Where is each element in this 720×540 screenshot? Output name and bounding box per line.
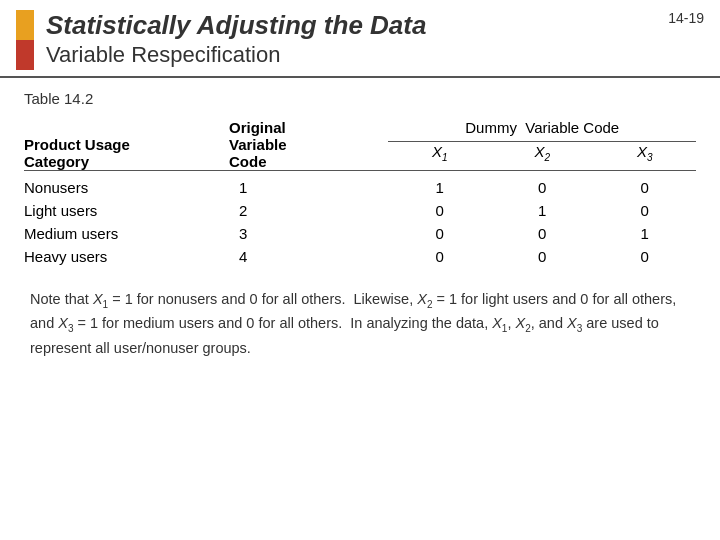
note-var-x1b: X — [492, 315, 502, 331]
th-original: OriginalVariableCode — [229, 119, 388, 171]
table-row: Light users 2 0 1 0 — [24, 199, 696, 222]
cell-x3-3: 0 — [593, 245, 696, 268]
slide-header: Statistically Adjusting the Data Variabl… — [0, 0, 720, 78]
cell-x3-2: 1 — [593, 222, 696, 245]
note-text: Note that X1 = 1 for nonusers and 0 for … — [30, 291, 676, 356]
cell-x2-2: 0 — [491, 222, 594, 245]
cell-x2-0: 0 — [491, 170, 594, 199]
cell-original-3: 4 — [229, 245, 388, 268]
cell-category-0: Nonusers — [24, 170, 229, 199]
note-section: Note that X1 = 1 for nonusers and 0 for … — [0, 276, 720, 367]
accent-bar — [16, 10, 34, 70]
cell-original-1: 2 — [229, 199, 388, 222]
th-dummy-label: Dummy Variable Code — [388, 119, 696, 142]
table-section: Table 14.2 Product UsageCategory Origina… — [0, 78, 720, 276]
slide-number: 14-19 — [668, 10, 704, 26]
note-var-x2: X — [417, 291, 427, 307]
cell-category-2: Medium users — [24, 222, 229, 245]
accent-top — [16, 10, 34, 40]
data-table: Product UsageCategory OriginalVariableCo… — [24, 119, 696, 268]
table-title: Table 14.2 — [24, 90, 696, 107]
note-var-x1: X — [93, 291, 103, 307]
cell-x2-1: 1 — [491, 199, 594, 222]
cell-x2-3: 0 — [491, 245, 594, 268]
cell-x1-3: 0 — [388, 245, 491, 268]
title-italic: Statistically Adjusting the Data — [46, 10, 704, 41]
cell-original-2: 3 — [229, 222, 388, 245]
th-x3: X3 — [593, 142, 696, 171]
cell-x1-0: 1 — [388, 170, 491, 199]
table-body: Nonusers 1 1 0 0 Light users 2 0 1 0 Med… — [24, 170, 696, 268]
note-var-x3a: X — [58, 315, 68, 331]
th-category: Product UsageCategory — [24, 119, 229, 171]
cell-x1-2: 0 — [388, 222, 491, 245]
cell-original-0: 1 — [229, 170, 388, 199]
accent-bottom — [16, 40, 34, 70]
cell-x3-0: 0 — [593, 170, 696, 199]
title-normal: Variable Respecification — [46, 41, 704, 70]
note-var-x2b: X — [515, 315, 525, 331]
table-row: Nonusers 1 1 0 0 — [24, 170, 696, 199]
th-x2: X2 — [491, 142, 594, 171]
cell-x1-1: 0 — [388, 199, 491, 222]
table-row: Heavy users 4 0 0 0 — [24, 245, 696, 268]
cell-x3-1: 0 — [593, 199, 696, 222]
cell-category-3: Heavy users — [24, 245, 229, 268]
table-header-row-1: Product UsageCategory OriginalVariableCo… — [24, 119, 696, 142]
header-title: Statistically Adjusting the Data Variabl… — [46, 10, 704, 70]
th-x1: X1 — [388, 142, 491, 171]
note-var-x3b: X — [567, 315, 577, 331]
cell-category-1: Light users — [24, 199, 229, 222]
table-row: Medium users 3 0 0 1 — [24, 222, 696, 245]
